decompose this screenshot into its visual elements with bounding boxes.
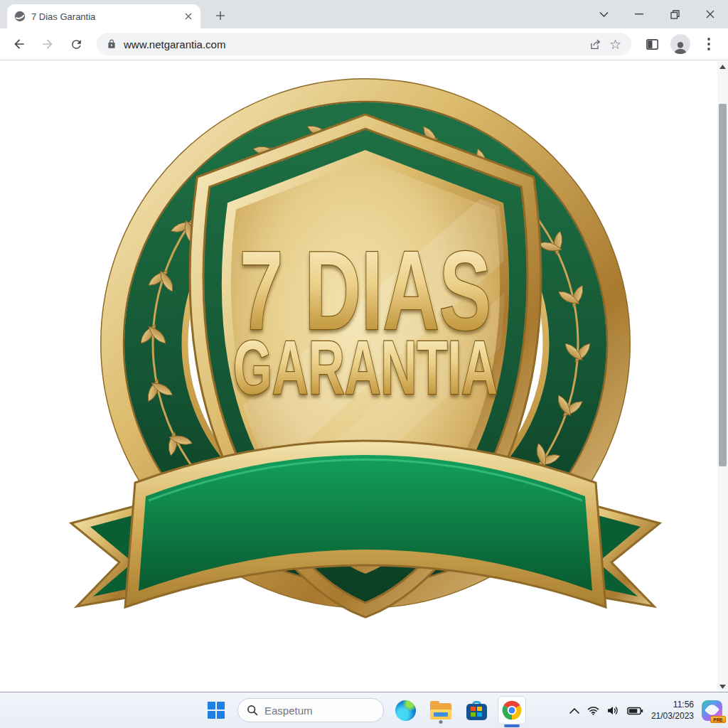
wifi-icon[interactable] — [587, 706, 599, 715]
bookmark-star-icon[interactable]: ☆ — [609, 38, 621, 51]
volume-icon[interactable] — [607, 706, 619, 715]
taskbar-search-text: Easpetum — [264, 705, 313, 717]
side-panel-icon[interactable] — [640, 32, 664, 56]
windows-logo-icon — [208, 702, 225, 719]
taskbar-app-store[interactable] — [462, 696, 491, 724]
magnifier-icon — [247, 705, 258, 716]
active-app-indicator — [504, 724, 520, 727]
edge-icon — [395, 700, 416, 721]
file-explorer-icon — [430, 701, 451, 719]
browser-tab[interactable]: 7 Dias Garantia — [7, 4, 200, 28]
taskbar-search[interactable]: Easpetum — [237, 698, 384, 722]
close-window-button[interactable] — [692, 0, 728, 28]
tab-close-icon[interactable] — [182, 10, 195, 23]
browser-menu-icon[interactable] — [697, 32, 721, 56]
vertical-scrollbar[interactable] — [717, 61, 728, 692]
window-controls — [586, 0, 728, 28]
start-button[interactable] — [202, 696, 230, 724]
taskbar-app-file-explorer[interactable] — [427, 696, 455, 724]
browser-toolbar: www.netgarantia.com ☆ — [0, 28, 728, 60]
chrome-icon — [501, 700, 523, 721]
copilot-icon[interactable]: PRE — [702, 700, 722, 721]
tab-title: 7 Dias Garantia — [31, 11, 176, 22]
restore-button[interactable] — [657, 0, 692, 28]
clock-date: 21/03/2023 — [651, 711, 694, 722]
page-content: 7 DIAS GARANTIA — [0, 61, 717, 692]
tab-strip: 7 Dias Garantia — [0, 0, 728, 28]
taskbar-app-edge[interactable] — [391, 696, 419, 724]
tab-search-chevron-icon[interactable] — [586, 0, 621, 28]
windows-taskbar: Easpetum — [0, 692, 728, 728]
hidden-icons-chevron-icon[interactable] — [569, 708, 579, 714]
profile-avatar[interactable] — [668, 32, 692, 56]
copilot-badge: PRE — [710, 716, 726, 723]
taskbar-clock[interactable]: 11:56 21/03/2023 — [651, 700, 694, 722]
running-indicator-dot — [439, 720, 443, 724]
new-tab-button[interactable] — [210, 6, 230, 26]
badge-text-line2: GARANTIA — [233, 324, 498, 410]
scrollbar-thumb[interactable] — [719, 104, 727, 466]
back-button[interactable] — [7, 32, 31, 56]
scroll-down-icon[interactable] — [717, 681, 728, 692]
reload-button[interactable] — [64, 32, 88, 56]
scroll-up-icon[interactable] — [717, 61, 728, 72]
guarantee-badge-image: 7 DIAS GARANTIA — [0, 61, 717, 692]
microsoft-store-icon — [466, 701, 487, 720]
url-text[interactable]: www.netgarantia.com — [124, 38, 582, 50]
clock-time: 11:56 — [651, 700, 694, 711]
forward-button[interactable] — [36, 32, 60, 56]
taskbar-app-chrome[interactable] — [498, 696, 526, 724]
globe-favicon-icon — [14, 11, 26, 22]
minimize-button[interactable] — [621, 0, 657, 28]
battery-icon[interactable] — [627, 707, 643, 715]
share-icon[interactable] — [589, 38, 602, 51]
person-icon — [670, 34, 690, 54]
system-tray: 11:56 21/03/2023 PRE — [569, 692, 722, 728]
address-bar[interactable]: www.netgarantia.com ☆ — [97, 33, 631, 55]
lock-icon[interactable] — [107, 38, 117, 50]
